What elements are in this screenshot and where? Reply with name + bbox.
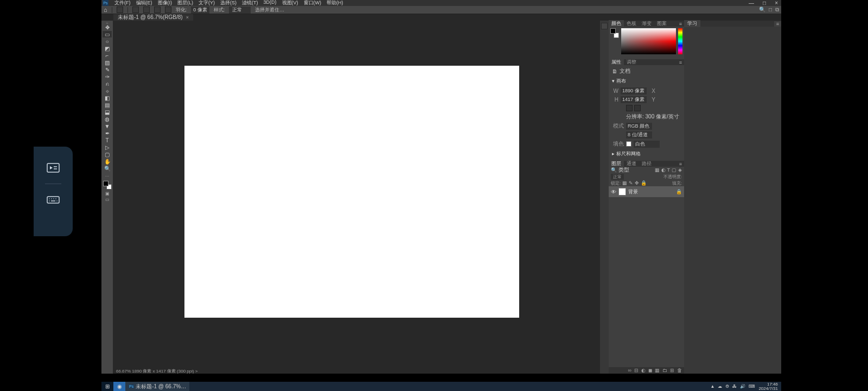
blend-mode-dropdown[interactable]: 正常 [611,174,624,180]
width-input[interactable]: 1890 像素 [621,87,647,94]
height-input[interactable]: 1417 像素 [621,96,647,103]
intersect-selection-icon[interactable] [165,7,171,13]
kind-dropdown[interactable]: 类型 [618,166,629,174]
lock-transparent-icon[interactable]: ▦ [622,180,627,186]
ruler-section[interactable]: ▸ 标尺和网格 [612,150,681,157]
tray-network-icon[interactable]: 🖧 [732,384,737,389]
move-tool[interactable]: ✥ [103,24,112,30]
home-button[interactable]: ⌂ [104,7,107,13]
tab-learn[interactable]: 学习 [684,20,700,27]
link-icon[interactable]: ∞ [628,368,631,373]
new-selection-icon[interactable] [132,7,139,13]
tray-cloud-icon[interactable]: ☁ [718,384,722,389]
app-icon[interactable]: Ps [103,0,108,6]
layer-name[interactable]: 背景 [628,188,638,195]
toolbar-more[interactable]: … [103,172,112,178]
tray-settings-icon[interactable]: ⚙ [725,384,729,389]
crop-tool[interactable]: ⌐ [103,52,112,59]
start-button[interactable]: ⊞ [101,382,113,391]
lock-position-icon[interactable]: ✥ [635,180,639,186]
filter-shape-icon[interactable]: ▢ [672,167,676,173]
zoom-tool[interactable]: 🔍 [103,165,112,172]
filter-type-icon[interactable]: T [667,167,671,173]
panel-menu-icon[interactable]: ≡ [677,60,684,65]
history-brush-tool[interactable]: ◧ [103,94,112,101]
layer-row[interactable]: 👁 背景 🔒 [609,186,684,197]
subtitle-icon[interactable] [47,163,60,173]
path-select-tool[interactable]: ▷ [103,144,112,150]
pen-tool[interactable]: ✒ [103,130,112,136]
depth-dropdown[interactable]: 8 位/通道 [626,131,652,138]
folder-icon[interactable]: 🗀 [662,368,667,373]
screen-mode-icon[interactable]: ▭ [103,197,112,202]
lock-all-icon[interactable]: 🔒 [641,180,647,186]
quick-mask-icon[interactable]: ▣ [103,191,112,196]
canvas-section[interactable]: ▾ 画布 [612,78,681,85]
close-button[interactable]: × [773,0,780,6]
fx-icon[interactable]: ⊟ [634,368,639,373]
hue-saturation-field[interactable] [621,28,676,54]
hand-tool[interactable]: ✋ [103,158,112,165]
fg-color-swatch[interactable] [103,181,108,186]
fg-bg-color[interactable] [103,180,112,190]
side-floater[interactable] [34,147,73,236]
gradient-tool[interactable]: ⬓ [103,109,112,115]
quick-select-tool[interactable]: ◩ [103,45,112,52]
close-tab-icon[interactable]: × [186,15,189,20]
filter-smart-icon[interactable]: ◈ [678,167,682,173]
eyedropper-tool[interactable]: ✎ [103,66,112,73]
shape-tool[interactable]: ▢ [103,151,112,157]
canvas[interactable] [184,66,519,318]
lock-pixel-icon[interactable]: ✎ [629,180,633,186]
docked-panel-icon[interactable] [601,23,608,29]
mask-icon[interactable]: ◐ [641,368,646,373]
add-selection-icon[interactable] [143,7,150,13]
panel-fg-swatch[interactable] [610,28,616,34]
document-tab[interactable]: 未标题-1 @ 66.7%(RGB/8) × [113,14,193,21]
filter-adj-icon[interactable]: ◐ [661,167,666,173]
panel-menu-icon[interactable]: ≡ [774,21,781,27]
toolbar-grip[interactable]: ›› [104,22,111,23]
mode-dropdown[interactable]: RGB 颜色 [626,123,652,130]
subtract-selection-icon[interactable] [154,7,161,13]
marquee-tool[interactable]: ▭ [103,31,112,37]
type-tool[interactable]: T [103,137,112,143]
keyboard-icon[interactable] [47,195,60,205]
panel-menu-icon[interactable]: ≡ [677,21,684,27]
frame-tool[interactable]: ▨ [103,59,112,66]
panel-menu-icon[interactable]: ≡ [677,161,684,167]
delete-icon[interactable]: 🗑 [677,368,682,373]
system-clock[interactable]: 17:46 2024/7/31 [758,382,778,391]
brush-tool[interactable]: ⎌ [103,80,112,87]
minimize-button[interactable]: — [746,0,756,6]
visibility-eye-icon[interactable]: 👁 [611,189,616,195]
share-icon[interactable]: ⧉ [775,7,779,13]
taskbar-app-photoshop[interactable]: Ps 未标题-1 @ 66.7%… [125,382,189,391]
select-mask-button[interactable]: 选择并遮住… [255,7,284,14]
portrait-icon[interactable] [626,105,633,111]
taskview-button[interactable]: ◉ [113,382,125,391]
panel-fg-bg[interactable] [610,28,619,38]
maximize-button[interactable]: □ [761,0,768,6]
lock-icon[interactable]: 🔒 [676,189,682,194]
hue-strip[interactable] [678,28,682,54]
fill-dropdown[interactable]: 白色 [634,141,660,148]
healing-tool[interactable]: ✑ [103,73,112,80]
tool-preset-icon[interactable] [117,7,123,13]
kind-search-icon[interactable]: 🔍 [611,167,617,173]
eraser-tool[interactable]: ▤ [103,102,112,108]
new-layer-icon[interactable]: ⊞ [670,368,674,373]
style-dropdown[interactable]: 正常 [229,7,251,14]
workspace-icon[interactable]: □ [769,7,772,13]
group-icon[interactable]: ▦ [655,368,660,373]
landscape-icon[interactable] [634,105,641,111]
layer-thumbnail[interactable] [618,188,626,195]
canvas-area[interactable]: 66.67% 1890 像素 x 1417 像素 (300 ppi) > [113,21,600,374]
tray-ime-icon[interactable]: ⌨ [749,384,755,389]
lasso-tool[interactable]: ○ [103,38,112,45]
filter-pixel-icon[interactable]: ▦ [655,167,660,173]
stamp-tool[interactable]: ⟐ [103,87,112,94]
fill-swatch[interactable] [626,141,631,147]
search-icon[interactable]: 🔍 [759,7,765,13]
dodge-tool[interactable]: ▼ [103,123,112,129]
